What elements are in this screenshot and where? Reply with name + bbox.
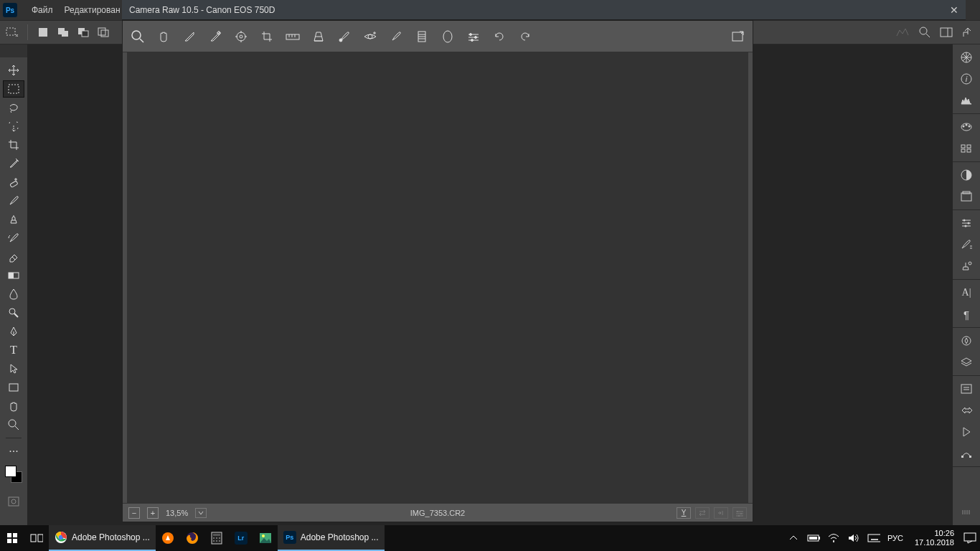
properties-panel-icon[interactable]	[956, 380, 976, 397]
blur-tool-icon[interactable]	[3, 286, 24, 303]
quickmask-icon[interactable]	[3, 493, 24, 510]
taskbar-clock[interactable]: 10:26 17.10.2018	[909, 529, 960, 547]
workspace-icon[interactable]	[938, 24, 954, 40]
styles-panel-icon[interactable]	[956, 140, 976, 157]
cr-preview-toggle-button[interactable]: Y	[677, 507, 691, 519]
tray-battery-icon[interactable]	[807, 532, 820, 545]
share-icon[interactable]	[960, 24, 976, 40]
tray-wifi-icon[interactable]	[827, 532, 840, 545]
taskbar-photos[interactable]	[253, 525, 278, 551]
close-icon[interactable]: ✕	[950, 4, 958, 16]
cr-targeted-adjust-tool-icon[interactable]	[233, 29, 249, 44]
cr-radial-filter-tool-icon[interactable]	[440, 29, 456, 44]
cr-graduated-filter-tool-icon[interactable]	[414, 29, 430, 44]
marquee-tool-icon[interactable]	[3, 80, 24, 98]
cr-color-sampler-tool-icon[interactable]	[207, 29, 223, 44]
path-select-tool-icon[interactable]	[3, 360, 24, 377]
cr-zoom-dropdown[interactable]	[195, 508, 207, 518]
cr-zoom-out-button[interactable]: −	[128, 507, 140, 519]
clone-source-panel-icon[interactable]	[956, 258, 976, 275]
modifiers-panel-icon[interactable]	[956, 402, 976, 419]
cr-spot-removal-tool-icon[interactable]	[336, 29, 352, 44]
notification-center-button[interactable]	[960, 525, 980, 551]
taskbar-calculator[interactable]	[204, 525, 229, 551]
start-button[interactable]	[0, 525, 24, 551]
paths-panel-icon[interactable]	[956, 445, 976, 462]
lasso-tool-icon[interactable]	[3, 99, 24, 116]
brush-settings-panel-icon[interactable]	[956, 215, 976, 232]
menu-edit[interactable]: Редактирован	[59, 2, 126, 18]
brush-tool-icon[interactable]	[3, 192, 24, 209]
photoshop-tools-panel: T ···	[0, 57, 27, 525]
info-panel-icon[interactable]: i	[956, 70, 976, 88]
cr-redeye-tool-icon[interactable]	[362, 29, 378, 44]
cr-swap-button[interactable]	[695, 507, 710, 519]
cr-white-balance-tool-icon[interactable]	[182, 29, 197, 44]
actions-panel-icon[interactable]	[956, 423, 976, 441]
cr-adjustment-brush-tool-icon[interactable]	[388, 29, 404, 44]
cr-transform-tool-icon[interactable]	[311, 29, 326, 44]
eyedropper-tool-icon[interactable]	[3, 155, 24, 172]
cr-preferences-icon[interactable]	[466, 29, 481, 44]
cr-fullscreen-icon[interactable]	[730, 29, 745, 44]
cr-rotate-ccw-icon[interactable]	[491, 29, 507, 44]
cr-straighten-tool-icon[interactable]	[285, 29, 301, 44]
type-tool-icon[interactable]: T	[3, 342, 24, 359]
rectangle-tool-icon[interactable]	[3, 379, 24, 396]
move-tool-icon[interactable]	[3, 62, 24, 79]
gradient-tool-icon[interactable]	[3, 267, 24, 284]
dodge-tool-icon[interactable]	[3, 304, 24, 321]
taskbar-lightroom[interactable]: Lr	[229, 525, 253, 551]
camera-raw-preview[interactable]	[127, 52, 748, 503]
avast-icon	[161, 532, 174, 545]
swatches-panel-icon[interactable]	[956, 118, 976, 136]
search-icon[interactable]	[917, 24, 933, 40]
intersect-selection-icon[interactable]	[95, 24, 111, 40]
marquee-preset-icon[interactable]	[4, 24, 20, 40]
navigator-panel-icon[interactable]	[956, 332, 976, 349]
system-tray: РУС	[781, 532, 909, 545]
brushes-panel-icon[interactable]	[956, 236, 976, 253]
zoom-tool-icon[interactable]	[3, 416, 24, 433]
clone-stamp-tool-icon[interactable]	[3, 211, 24, 228]
hand-tool-icon[interactable]	[3, 397, 24, 415]
taskbar-chrome[interactable]: Adobe Photoshop ...	[49, 525, 156, 551]
histogram-panel-icon[interactable]	[956, 92, 976, 109]
cr-crop-tool-icon[interactable]	[259, 29, 275, 44]
menu-file[interactable]: Файл	[26, 2, 59, 18]
color-swatch[interactable]	[5, 466, 22, 483]
tray-volume-icon[interactable]	[847, 532, 860, 545]
character-panel-icon[interactable]: A|	[956, 284, 976, 301]
pen-tool-icon[interactable]	[3, 323, 24, 340]
cr-zoom-tool-icon[interactable]	[130, 29, 146, 44]
adjustments-panel-icon[interactable]	[956, 166, 976, 184]
cr-zoom-in-button[interactable]: +	[147, 507, 159, 519]
layers-panel-icon[interactable]	[956, 354, 976, 371]
new-selection-icon[interactable]	[35, 24, 51, 40]
cr-rotate-cw-icon[interactable]	[517, 29, 533, 44]
edit-toolbar-icon[interactable]: ···	[3, 443, 24, 460]
tray-chevron-up-icon[interactable]	[787, 532, 800, 545]
taskbar-photoshop[interactable]: Ps Adobe Photoshop ...	[278, 525, 385, 551]
tray-keyboard-icon[interactable]	[867, 532, 880, 545]
taskbar-photoshop-label: Adobe Photoshop ...	[301, 532, 379, 542]
crop-tool-icon[interactable]	[3, 136, 24, 154]
paragraph-panel-icon[interactable]: ¶	[956, 306, 976, 323]
expand-panels-icon[interactable]	[956, 504, 976, 521]
cr-copy-button[interactable]	[714, 507, 728, 519]
history-brush-tool-icon[interactable]	[3, 230, 24, 247]
taskbar-avast[interactable]	[156, 525, 180, 551]
cr-settings-button[interactable]	[732, 507, 747, 519]
eraser-tool-icon[interactable]	[3, 248, 24, 265]
taskbar-firefox[interactable]	[180, 525, 204, 551]
svg-rect-10	[941, 28, 952, 37]
healing-brush-tool-icon[interactable]	[3, 174, 24, 191]
color-panel-icon[interactable]	[956, 49, 976, 66]
quick-select-tool-icon[interactable]	[3, 118, 24, 135]
task-view-button[interactable]	[24, 525, 49, 551]
add-selection-icon[interactable]	[55, 24, 71, 40]
subtract-selection-icon[interactable]	[75, 24, 91, 40]
libraries-panel-icon[interactable]	[956, 188, 976, 205]
tray-language[interactable]: РУС	[887, 534, 903, 542]
cr-hand-tool-icon[interactable]	[156, 29, 171, 44]
